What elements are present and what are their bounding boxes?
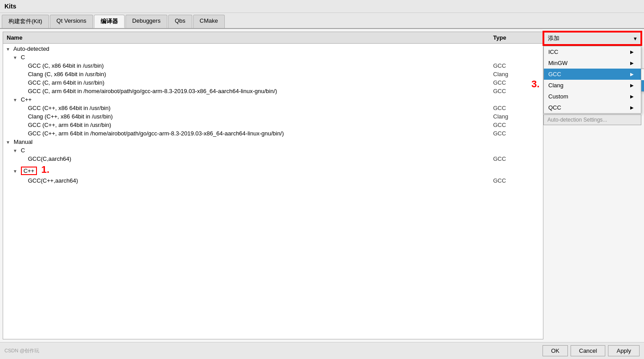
submenu-arrow-icon: ▶ xyxy=(630,105,634,110)
submenu-arrow-icon: ▶ xyxy=(630,72,634,77)
dropdown-container: 3. ICC ▶ MinGW ▶ GCC ▶ xyxy=(543,46,641,125)
tree-node-label: GCC (C, x86 64bit in /usr/bin) xyxy=(20,62,490,69)
tree-node-label: ▼ C xyxy=(13,53,490,61)
tree-row[interactable]: ▼ C xyxy=(3,53,543,61)
tab-cmake[interactable]: CMake xyxy=(193,15,225,28)
auto-detection-button[interactable]: Auto-detection Settings... xyxy=(543,114,641,125)
node-text: GCC (C, x86 64bit in /usr/bin) xyxy=(28,62,104,69)
tabs-bar: 构建套件(Kit) Qt Versions 编译器 Debuggers Qbs … xyxy=(0,13,644,29)
tab-kit[interactable]: 构建套件(Kit) xyxy=(2,15,49,28)
tree-row[interactable]: GCC (C++, x86 64bit in /usr/bin) GCC xyxy=(3,104,543,112)
node-text: Clang (C++, x86 64bit in /usr/bin) xyxy=(28,113,113,120)
dropdown-item-icc[interactable]: ICC ▶ xyxy=(544,46,641,57)
tree-row[interactable]: Clang (C, x86 64bit in /usr/bin) Clang xyxy=(3,70,543,78)
apply-button[interactable]: Apply xyxy=(608,345,640,356)
tree-node-type xyxy=(490,49,543,49)
expand-arrow: ▼ xyxy=(13,148,19,153)
cancel-button[interactable]: Cancel xyxy=(571,345,605,356)
tree-node-type: GCC xyxy=(490,121,543,129)
submenu-arrow-icon: ▶ xyxy=(630,83,634,88)
dropdown-item-label: ICC xyxy=(548,49,558,55)
tree-row[interactable]: ▼ Manual xyxy=(3,138,543,146)
expand-arrow: ▼ xyxy=(13,98,19,102)
tree-node-type: Clang xyxy=(490,70,543,78)
submenu-arrow-icon: ▶ xyxy=(630,61,634,65)
col-type-header: Type xyxy=(490,33,543,42)
annotation-3: 3. xyxy=(531,78,539,90)
auto-detection-label: Auto-detection Settings... xyxy=(547,117,607,123)
tree-node-type: GCC xyxy=(490,155,543,163)
tab-compiler[interactable]: 编译器 xyxy=(94,15,125,28)
tab-qbs[interactable]: Qbs xyxy=(168,15,192,28)
tree-row[interactable]: Clang (C++, x86 64bit in /usr/bin) Clang xyxy=(3,112,543,121)
tree-node-label: ▼ C++ xyxy=(13,96,490,103)
tree-node-type: GCC xyxy=(490,177,543,184)
annotation-2: 2. xyxy=(633,29,641,30)
tree-node-label: ▼ Manual xyxy=(6,138,490,146)
submenu-item-cpp[interactable]: C++ xyxy=(641,80,644,91)
tree-row[interactable]: ▼ C xyxy=(3,146,543,155)
add-dropdown-arrow: ▾ xyxy=(634,35,637,42)
node-text: GCC(C++,aarch64) xyxy=(28,177,78,184)
tree-row[interactable]: GCC (C, x86 64bit in /usr/bin) GCC xyxy=(3,61,543,70)
tree-row[interactable]: GCC (C, arm 64bit in /home/airobot/path/… xyxy=(3,87,543,95)
compiler-tree-panel[interactable]: Name Type ▼ Auto-detected ▼ C xyxy=(3,32,543,339)
tree-node-type xyxy=(490,142,543,143)
tree-node-type: GCC xyxy=(490,62,543,69)
tree-node-label: Clang (C++, x86 64bit in /usr/bin) xyxy=(20,113,490,120)
annotation-1: 1. xyxy=(41,164,49,175)
tree-node-type: Clang xyxy=(490,113,543,120)
node-text: GCC (C++, arm 64bit in /usr/bin) xyxy=(28,122,111,128)
tree-body: ▼ Auto-detected ▼ C GCC (C, xyxy=(3,44,543,186)
dropdown-item-custom[interactable]: Custom ▶ xyxy=(544,91,641,102)
cpp-box-highlight: C++ xyxy=(21,167,37,175)
tree-row[interactable]: ▼ C++ xyxy=(3,95,543,104)
tree-node-label: Clang (C, x86 64bit in /usr/bin) xyxy=(20,70,490,78)
dropdown-item-gcc[interactable]: GCC ▶ 4. C C++ xyxy=(544,69,641,80)
dropdown-item-clang[interactable]: Clang ▶ xyxy=(544,80,641,91)
submenu-item-c[interactable]: C xyxy=(641,69,644,80)
dropdown-item-label: GCC xyxy=(548,71,561,78)
main-content: Name Type ▼ Auto-detected ▼ C xyxy=(0,29,644,342)
tree-node-label: GCC (C++, arm 64bit in /usr/bin) xyxy=(20,121,490,129)
dropdown-item-label: QCC xyxy=(548,104,561,111)
tree-row[interactable]: GCC (C++, arm 64bit in /home/airobot/pat… xyxy=(3,129,543,138)
dropdown-item-qcc[interactable]: QCC ▶ xyxy=(544,102,641,113)
tree-row[interactable]: GCC(C++,aarch64) GCC xyxy=(3,176,543,185)
add-dropdown-menu: 3. ICC ▶ MinGW ▶ GCC ▶ xyxy=(543,46,641,114)
bottom-bar: CSDN @创作玩 OK Cancel Apply xyxy=(0,342,644,359)
add-button-label: 添加 xyxy=(548,34,559,42)
gcc-submenu: 4. C C++ xyxy=(641,69,644,92)
tree-row[interactable]: ▼ Auto-detected xyxy=(3,45,543,53)
tree-node-label: ▼ Auto-detected xyxy=(6,45,490,53)
tree-row[interactable]: GCC(C,aarch64) GCC xyxy=(3,155,543,163)
node-text: GCC(C,aarch64) xyxy=(28,155,72,162)
node-text: Manual xyxy=(14,139,33,145)
add-button[interactable]: 添加 ▾ xyxy=(543,32,641,45)
node-text: C xyxy=(21,147,25,154)
tab-qt-versions[interactable]: Qt Versions xyxy=(50,15,93,28)
tree-row[interactable]: GCC (C, arm 64bit in /usr/bin) GCC xyxy=(3,78,543,87)
kits-window: Kits 构建套件(Kit) Qt Versions 编译器 Debuggers… xyxy=(0,0,644,359)
tab-debuggers[interactable]: Debuggers xyxy=(126,15,167,28)
node-text: GCC (C, arm 64bit in /usr/bin) xyxy=(28,79,105,86)
node-text: GCC (C++, x86 64bit in /usr/bin) xyxy=(28,105,111,111)
node-text: C++ xyxy=(21,96,32,103)
tree-node-label: GCC (C++, x86 64bit in /usr/bin) xyxy=(20,104,490,112)
right-panel: 2. 添加 ▾ 3. ICC ▶ MinGW xyxy=(543,32,641,339)
expand-arrow: ▼ xyxy=(13,169,19,174)
tree-row-cpp-manual[interactable]: ▼ C++ 1. xyxy=(3,163,543,176)
dropdown-item-mingw[interactable]: MinGW ▶ xyxy=(544,57,641,69)
tree-node-type xyxy=(490,150,543,151)
tree-node-type: GCC xyxy=(490,130,543,137)
tree-node-label: GCC (C, arm 64bit in /usr/bin) xyxy=(20,79,490,86)
tree-row[interactable]: GCC (C++, arm 64bit in /usr/bin) GCC xyxy=(3,121,543,129)
ok-button[interactable]: OK xyxy=(543,345,568,356)
dropdown-item-label: MinGW xyxy=(548,60,567,66)
tree-node-type: GCC xyxy=(490,104,543,112)
expand-arrow: ▼ xyxy=(6,47,12,52)
tree-node-label: GCC(C++,aarch64) xyxy=(20,177,490,184)
dropdown-item-label: Clang xyxy=(548,82,563,89)
tree-node-label: ▼ C++ 1. xyxy=(13,163,490,176)
tree-node-type xyxy=(490,169,543,170)
